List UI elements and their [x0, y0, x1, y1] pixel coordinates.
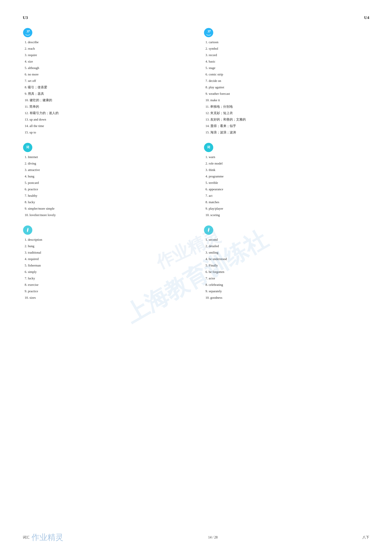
list-item: 3. smiling — [206, 249, 370, 256]
list-item: 6. be forgotten — [206, 269, 370, 275]
u3-section-ci-list: 1. Internet 2. diving 3. attractive 4. h… — [23, 154, 189, 218]
main-content: 文 A 1. describe 2. reach 3. require 4. s… — [23, 28, 369, 308]
list-item: 7. act — [206, 193, 370, 199]
u4-section-a-list: 1. cartoon 2. symbol 3. record 4. basic … — [204, 39, 370, 136]
list-item: 9. play/player — [206, 205, 370, 212]
u3-section-pen-list: 1. description 2. hung 3. traditional 4.… — [23, 236, 189, 301]
u4-section-ci-icon: 词 — [204, 143, 214, 152]
list-item: 7. lucky — [25, 275, 189, 282]
list-item: 13. up and down — [25, 116, 189, 123]
footer-label: 词汇 — [23, 535, 30, 540]
list-item: 15. 海浪；波浪；波涛 — [206, 129, 370, 136]
svg-text:A: A — [209, 30, 211, 32]
list-item: 10. lovelier/more lovely — [25, 212, 189, 218]
u3-section-ci: 词 1. Internet 2. diving 3. attractive 4.… — [23, 143, 189, 218]
list-item: 11. 单独地；分别地 — [206, 104, 370, 110]
list-item: 10. goodness — [206, 295, 370, 301]
list-item: 5. stage — [206, 65, 370, 71]
footer-left: 词汇 作业精灵 — [23, 532, 63, 543]
page-footer: 词汇 作业精灵 14 / 28 八下 — [0, 532, 392, 543]
list-item: 9. 用具；器具 — [25, 90, 189, 97]
list-item: 14. all the time — [25, 123, 189, 129]
footer-center: 14 / 28 — [208, 535, 217, 540]
u3-column: 文 A 1. describe 2. reach 3. require 4. s… — [23, 28, 189, 308]
footer-logo: 作业精灵 — [31, 532, 63, 543]
list-item: 9. practice — [25, 288, 189, 295]
list-item: 5. Finally — [206, 262, 370, 269]
u3-section-ci-icon: 词 — [23, 143, 33, 152]
list-item: 6. appearance — [206, 186, 370, 193]
list-item: 8. play against — [206, 84, 370, 90]
u4-section-ci-list: 1. warn 2. role model 3. think 4. progra… — [204, 154, 370, 218]
u3-section-pen-icon — [23, 225, 33, 235]
u3-section-a-icon: 文 A — [23, 28, 33, 38]
list-item: 1. description — [25, 236, 189, 243]
list-item: 5. terrible — [206, 180, 370, 186]
list-item: 3. attractive — [25, 167, 189, 173]
list-item: 10. sizes — [25, 295, 189, 301]
list-item: 1. warn — [206, 154, 370, 160]
list-item: 4. size — [25, 58, 189, 65]
list-item: 4. hung — [25, 173, 189, 180]
list-item: 3. traditional — [25, 249, 189, 256]
list-item: 10. scoring — [206, 212, 370, 218]
list-item: 4. programme — [206, 173, 370, 180]
u3-section-pen: 1. description 2. hung 3. traditional 4.… — [23, 225, 189, 301]
u3-section-a: 文 A 1. describe 2. reach 3. require 4. s… — [23, 28, 189, 136]
list-item: 7. healthy — [25, 193, 189, 199]
list-item: 9. simpler/more simple — [25, 205, 189, 212]
u4-section-pen-icon — [204, 225, 214, 235]
list-item: 5. postcard — [25, 180, 189, 186]
list-item: 8. exercise — [25, 282, 189, 288]
list-item: 2. diving — [25, 160, 189, 167]
list-item: 3. require — [25, 52, 189, 58]
list-item: 5. fisherman — [25, 262, 189, 269]
u4-section-a-icon: 文 A — [204, 28, 214, 38]
list-item: 1. second — [206, 236, 370, 243]
list-item: 12. 夹克衫；短上衣 — [206, 110, 370, 116]
svg-text:词: 词 — [26, 145, 29, 149]
svg-text:词: 词 — [207, 145, 210, 149]
u4-section-ci: 词 1. warn 2. role model 3. think 4. prog… — [204, 143, 370, 218]
list-item: 3. record — [206, 52, 370, 58]
list-item: 14. 显得；看来；似乎 — [206, 123, 370, 129]
unit-right-title: U4 — [364, 15, 369, 20]
u4-section-pen-list: 1. second 2. detailed 3. smiling 4. be u… — [204, 236, 370, 301]
list-item: 1. cartoon — [206, 39, 370, 46]
list-item: 7. set off — [25, 78, 189, 84]
u3-section-a-list: 1. describe 2. reach 3. require 4. size … — [23, 39, 189, 136]
list-item: 6. no more — [25, 71, 189, 78]
u4-column: 文 A 1. cartoon 2. symbol 3. record 4. ba… — [204, 28, 370, 308]
list-item: 4. required — [25, 256, 189, 262]
list-item: 7. decide on — [206, 78, 370, 84]
list-item: 8. celebrating — [206, 282, 370, 288]
list-item: 6. practice — [25, 186, 189, 193]
footer-right: 八下 — [362, 535, 369, 540]
list-item: 4. basic — [206, 58, 370, 65]
list-item: 3. think — [206, 167, 370, 173]
list-item: 15. up to — [25, 129, 189, 136]
unit-left-title: U3 — [23, 15, 28, 20]
list-item: 12. 有吸引力的；迷人的 — [25, 110, 189, 116]
list-item: 4. be understood — [206, 256, 370, 262]
list-item: 10. make it — [206, 97, 370, 104]
list-item: 6. simply — [25, 269, 189, 275]
list-item: 8. matches — [206, 199, 370, 205]
list-item: 2. reach — [25, 46, 189, 52]
list-item: 2. symbol — [206, 46, 370, 52]
page-header: U3 U4 — [23, 15, 369, 20]
list-item: 1. describe — [25, 39, 189, 46]
list-item: 13. 友好的；和善的；文雅的 — [206, 116, 370, 123]
list-item: 5. although — [25, 65, 189, 71]
list-item: 8. 吸引；使喜爱 — [25, 84, 189, 90]
list-item: 10. 健壮的；健康的 — [25, 97, 189, 104]
list-item: 7. actor — [206, 275, 370, 282]
svg-text:A: A — [28, 30, 30, 32]
list-item: 6. comic strip — [206, 71, 370, 78]
list-item: 9. weather forecast — [206, 90, 370, 97]
list-item: 8. lucky — [25, 199, 189, 205]
list-item: 1. Internet — [25, 154, 189, 160]
list-item: 2. hung — [25, 243, 189, 249]
list-item: 2. role model — [206, 160, 370, 167]
list-item: 9. separately — [206, 288, 370, 295]
